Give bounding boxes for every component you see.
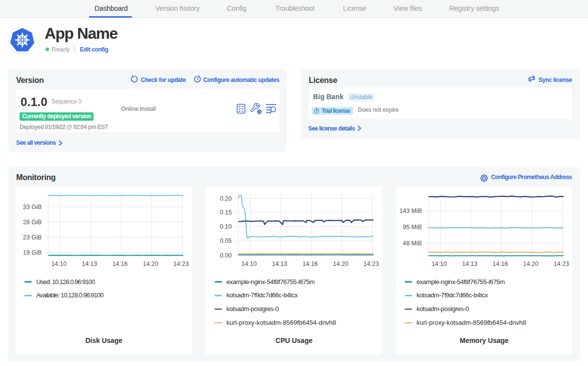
svg-text:0.20: 0.20 <box>220 195 232 202</box>
svg-text:14:16: 14:16 <box>112 261 127 267</box>
svg-text:143 MiB: 143 MiB <box>399 208 422 214</box>
svg-text:14:23: 14:23 <box>173 261 189 267</box>
svg-text:14:23: 14:23 <box>364 261 379 267</box>
svg-text:23 GiB: 23 GiB <box>23 234 42 241</box>
svg-text:0.05: 0.05 <box>220 237 232 244</box>
svg-text:0.10: 0.10 <box>220 223 232 230</box>
svg-text:14:16: 14:16 <box>492 261 508 267</box>
svg-text:14:20: 14:20 <box>333 261 348 267</box>
svg-text:14:23: 14:23 <box>554 261 569 267</box>
svg-text:48 MiB: 48 MiB <box>403 240 422 247</box>
svg-text:14:13: 14:13 <box>462 261 477 267</box>
svg-text:95 MiB: 95 MiB <box>403 224 422 231</box>
svg-text:19 GiB: 19 GiB <box>23 249 42 256</box>
svg-text:33 GiB: 33 GiB <box>23 204 42 210</box>
svg-text:14:10: 14:10 <box>242 261 257 267</box>
svg-text:0.15: 0.15 <box>220 209 232 216</box>
svg-text:14:16: 14:16 <box>302 261 318 267</box>
svg-text:14:20: 14:20 <box>523 261 539 267</box>
svg-text:14:20: 14:20 <box>143 261 158 267</box>
svg-text:14:10: 14:10 <box>432 261 447 267</box>
svg-text:28 GiB: 28 GiB <box>23 219 42 226</box>
svg-text:14:10: 14:10 <box>51 261 67 267</box>
svg-text:0.00: 0.00 <box>220 252 232 259</box>
svg-text:14:13: 14:13 <box>82 261 97 267</box>
svg-text:14:13: 14:13 <box>272 261 287 267</box>
